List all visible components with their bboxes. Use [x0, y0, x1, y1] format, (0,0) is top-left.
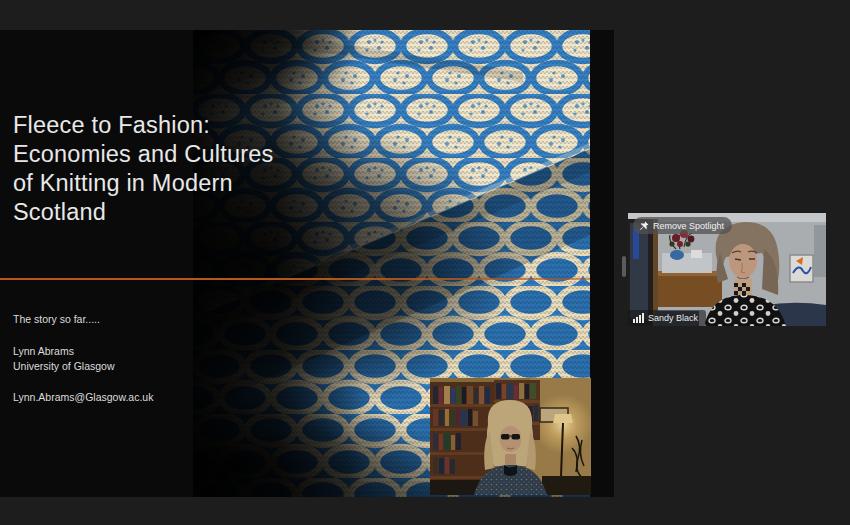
spotlight-video-tile[interactable]: Remove Spotlight Sandy Black: [628, 213, 826, 326]
audio-level-icon: [633, 313, 644, 323]
slide-author: Lynn Abrams: [13, 345, 74, 357]
video-strip-scrollbar[interactable]: [622, 256, 626, 277]
remove-spotlight-label: Remove Spotlight: [653, 221, 724, 231]
participant-name-label: Sandy Black: [648, 313, 698, 323]
pin-icon: [639, 221, 649, 231]
meeting-window: Fleece to Fashion: Economies and Culture…: [0, 0, 850, 525]
slide-subtitle: The story so far.....: [13, 313, 100, 325]
participant-name-tag: Sandy Black: [628, 310, 706, 326]
slide-title: Fleece to Fashion: Economies and Culture…: [13, 111, 313, 227]
slide-email: Lynn.Abrams@Glasgow.ac.uk: [13, 391, 153, 403]
shared-screen-slide: Fleece to Fashion: Economies and Culture…: [0, 30, 614, 497]
remove-spotlight-button[interactable]: Remove Spotlight: [633, 217, 732, 234]
slide-accent-line: [0, 278, 590, 280]
presenter-video-frame: [430, 378, 591, 495]
presenter-video-tile[interactable]: [430, 378, 591, 495]
slide-affiliation: University of Glasgow: [13, 360, 115, 372]
